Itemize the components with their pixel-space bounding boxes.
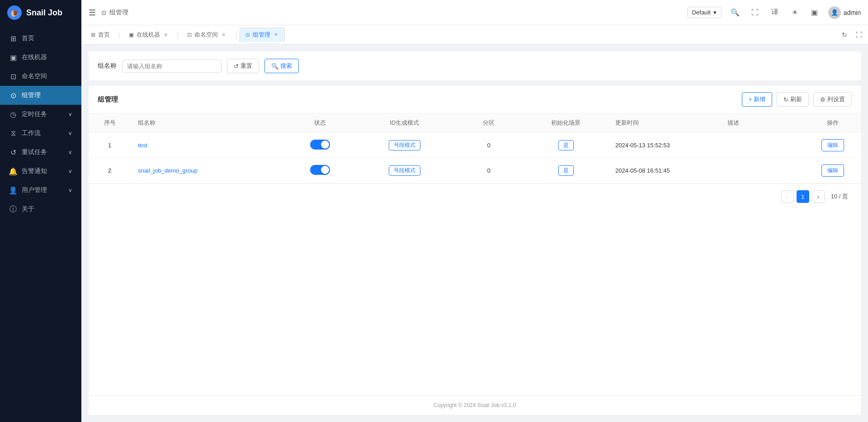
maximize-tab-button[interactable]: ⛶ bbox=[854, 29, 864, 40]
sidebar-item-online[interactable]: ▣ 在线机器 bbox=[0, 48, 81, 67]
fullscreen-button[interactable]: ⛶ bbox=[749, 6, 761, 19]
tab-icon-group: ⊙ bbox=[245, 32, 250, 38]
sidebar-item-user[interactable]: 👤 用户管理 ∨ bbox=[0, 181, 81, 200]
cell-update-time-1: 2024-05-08 16:51:45 bbox=[608, 158, 720, 183]
refresh-button[interactable]: ↻ 刷新 bbox=[777, 92, 809, 107]
nav-label-alert: 告警通知 bbox=[22, 167, 64, 175]
sidebar-item-home[interactable]: ⊞ 首页 bbox=[0, 29, 81, 48]
col-header-desc: 描述 bbox=[720, 113, 804, 133]
tab-close-namespace[interactable]: ✕ bbox=[221, 32, 226, 38]
sidebar-nav: ⊞ 首页 ▣ 在线机器 ⊡ 命名空间 ⊙ 组管理 ◷ 定时任务 ∨ ⧖ 工作流 … bbox=[0, 25, 81, 422]
nav-icon-online: ▣ bbox=[9, 53, 17, 61]
refresh-icon: ↻ bbox=[783, 96, 788, 103]
breadcrumb-text: 组管理 bbox=[109, 9, 128, 17]
tab-icon-online: ▣ bbox=[129, 32, 134, 38]
env-select[interactable]: Default ▾ bbox=[687, 7, 722, 18]
tab-online[interactable]: ▣在线机器✕ bbox=[123, 28, 175, 42]
prev-page-button[interactable]: ‹ bbox=[781, 190, 794, 203]
col-header-init: 初始化场景 bbox=[524, 113, 608, 133]
group-name-input[interactable] bbox=[122, 60, 222, 73]
layout-button[interactable]: ▣ bbox=[808, 6, 821, 19]
collapse-button[interactable]: ☰ bbox=[89, 8, 96, 18]
search-label: 搜索 bbox=[280, 62, 292, 70]
nav-icon-home: ⊞ bbox=[9, 34, 17, 42]
next-page-button[interactable]: › bbox=[812, 190, 825, 203]
col-header-action: 操作 bbox=[805, 113, 861, 133]
cell-init-0: 是 bbox=[524, 133, 608, 158]
tab-sep-2: | bbox=[175, 31, 181, 38]
content-area: 组名称 ↺ 重置 🔍 搜索 组管理 + 新增 ↻ 刷新 bbox=[81, 44, 868, 422]
logo-icon: 🐌 bbox=[7, 5, 22, 20]
edit-button-1[interactable]: 编辑 bbox=[821, 164, 844, 177]
group-name-label: 组名称 bbox=[98, 62, 117, 70]
reload-tab-button[interactable]: ↻ bbox=[839, 29, 850, 40]
topbar-right: Default ▾ 🔍 ⛶ 译 ☀ ▣ 👤 admin bbox=[687, 6, 861, 19]
col-header-id-mode: ID生成模式 bbox=[355, 113, 453, 133]
table-header: 组管理 + 新增 ↻ 刷新 ⚙ 列设置 bbox=[89, 86, 861, 113]
search-button[interactable]: 🔍 bbox=[729, 6, 741, 19]
sidebar-item-group[interactable]: ⊙ 组管理 bbox=[0, 86, 81, 105]
col-header-seq: 序号 bbox=[89, 113, 131, 133]
reset-button[interactable]: ↺ 重置 bbox=[227, 59, 259, 73]
sidebar-logo: 🐌 Snail Job bbox=[0, 0, 81, 25]
nav-label-group: 组管理 bbox=[22, 91, 72, 99]
pagination-bar: ‹ 1 › 10 / 页 bbox=[89, 183, 861, 209]
logo-text: Snail Job bbox=[26, 8, 62, 18]
search-icon: 🔍 bbox=[271, 63, 278, 70]
nav-icon-namespace: ⊡ bbox=[9, 72, 17, 80]
user-avatar: 👤 bbox=[828, 6, 841, 19]
tab-close-online[interactable]: ✕ bbox=[163, 32, 169, 38]
translate-button[interactable]: 译 bbox=[769, 6, 781, 19]
tab-icon-home: ⊞ bbox=[91, 32, 95, 38]
theme-button[interactable]: ☀ bbox=[788, 6, 801, 19]
tab-home[interactable]: ⊞首页 bbox=[85, 28, 116, 42]
new-button[interactable]: + 新增 bbox=[742, 92, 772, 107]
cell-partition-1: 0 bbox=[453, 158, 524, 183]
cell-update-time-0: 2024-05-13 15:52:53 bbox=[608, 133, 720, 158]
nav-icon-user: 👤 bbox=[9, 186, 17, 194]
table-body: 1 test 号段模式 0 是 2024-05-13 15:52:53 编辑 2… bbox=[89, 133, 861, 183]
nav-icon-about: ⓘ bbox=[9, 205, 17, 213]
cell-init-1: 是 bbox=[524, 158, 608, 183]
table-row: 2 snail_job_demo_group 号段模式 0 是 2024-05-… bbox=[89, 158, 861, 183]
nav-arrow-workflow: ∨ bbox=[68, 130, 72, 136]
page-1-button[interactable]: 1 bbox=[797, 190, 809, 203]
sidebar-item-alert[interactable]: 🔔 告警通知 ∨ bbox=[0, 162, 81, 181]
table-title: 组管理 bbox=[98, 95, 118, 104]
status-toggle-0[interactable] bbox=[310, 140, 330, 150]
init-badge-1: 是 bbox=[558, 165, 574, 176]
group-name-link-1[interactable]: snail_job_demo_group bbox=[138, 167, 198, 174]
settings-icon: ⚙ bbox=[820, 96, 826, 103]
group-name-link-0[interactable]: test bbox=[138, 142, 147, 149]
tab-group[interactable]: ⊙组管理✕ bbox=[240, 28, 285, 42]
sidebar-item-retry[interactable]: ↺ 重试任务 ∨ bbox=[0, 143, 81, 162]
tab-namespace[interactable]: ⊡命名空间✕ bbox=[181, 28, 232, 42]
cell-action-0: 编辑 bbox=[805, 133, 861, 158]
reset-label: 重置 bbox=[241, 62, 252, 70]
user-label: admin bbox=[844, 9, 861, 16]
sidebar-item-workflow[interactable]: ⧖ 工作流 ∨ bbox=[0, 124, 81, 143]
cell-id-mode-1: 号段模式 bbox=[355, 158, 453, 183]
col-header-partition: 分区 bbox=[453, 113, 524, 133]
breadcrumb-icon: ⊙ bbox=[101, 9, 107, 16]
tabbar-right: ↻ ⛶ bbox=[839, 29, 864, 40]
edit-button-0[interactable]: 编辑 bbox=[821, 139, 844, 151]
nav-icon-alert: 🔔 bbox=[9, 167, 17, 175]
reset-icon: ↺ bbox=[234, 63, 239, 70]
status-toggle-1[interactable] bbox=[310, 165, 330, 175]
nav-label-scheduled: 定时任务 bbox=[22, 110, 64, 118]
nav-label-user: 用户管理 bbox=[22, 186, 64, 194]
id-mode-badge-1: 号段模式 bbox=[389, 165, 420, 176]
nav-arrow-user: ∨ bbox=[68, 187, 72, 193]
col-header-name: 组名称 bbox=[131, 113, 285, 133]
cell-status-0 bbox=[285, 133, 355, 158]
sidebar-item-scheduled[interactable]: ◷ 定时任务 ∨ bbox=[0, 105, 81, 124]
table-header-row: 序号 组名称 状态 ID生成模式 分区 初始化场景 更新时间 描述 操作 bbox=[89, 113, 861, 133]
tabbar-left: ⊞首页|▣在线机器✕|⊡命名空间✕|⊙组管理✕ bbox=[85, 28, 285, 42]
sidebar-item-namespace[interactable]: ⊡ 命名空间 bbox=[0, 67, 81, 86]
col-settings-button[interactable]: ⚙ 列设置 bbox=[813, 92, 852, 107]
user-menu[interactable]: 👤 admin bbox=[828, 6, 861, 19]
search-button[interactable]: 🔍 搜索 bbox=[264, 59, 299, 73]
sidebar-item-about[interactable]: ⓘ 关于 bbox=[0, 200, 81, 219]
tab-close-group[interactable]: ✕ bbox=[273, 31, 279, 38]
